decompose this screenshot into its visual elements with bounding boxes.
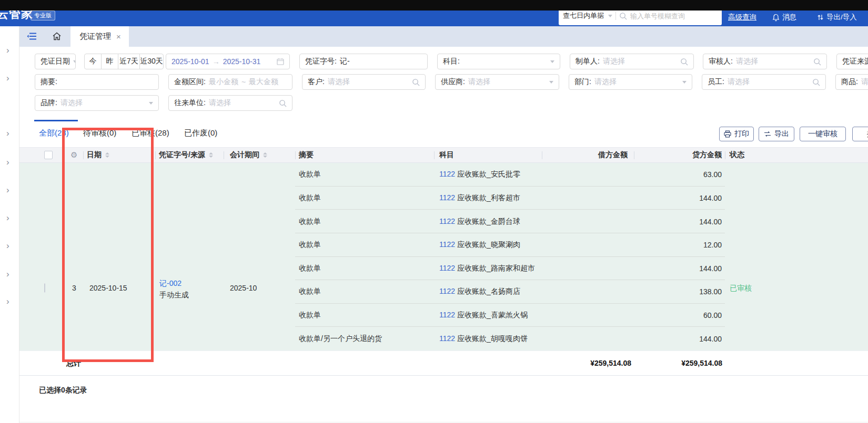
- sidebar-expand-chevron[interactable]: ›: [6, 130, 9, 137]
- line-account: 1122应收账款_路南家和超市: [439, 264, 535, 273]
- select-all-checkbox[interactable]: [44, 151, 53, 159]
- employee-select[interactable]: 员工: 请选择: [702, 74, 826, 90]
- auditor-select[interactable]: 审核人: 请选择: [703, 54, 827, 69]
- column-header-credit: 贷方金额: [692, 148, 722, 162]
- total-label: 总计: [66, 359, 81, 368]
- line-credit-amount: 144.00: [699, 218, 722, 226]
- search-icon: [279, 99, 287, 107]
- voucher-row-group[interactable]: 收款单 1122应收账款_安氏批零 63.00 收款单 1122应收账款_利客超…: [19, 163, 868, 350]
- entry-line-row[interactable]: 收款单/另一个户头退的货 1122应收账款_胡嘎嘎肉饼 144.00: [19, 327, 868, 350]
- sidebar-expand-chevron[interactable]: ›: [6, 298, 9, 305]
- tab-voucher-management[interactable]: 凭证管理 ×: [70, 26, 129, 47]
- voucher-management-screen: { "header": { "logo": "云管家", "badge": "专…: [0, 0, 868, 423]
- line-summary: 收款单: [299, 217, 321, 226]
- voucher-date-type-select[interactable]: 凭证日期: [35, 54, 76, 69]
- page-tab-bar: 凭证管理 ×: [19, 26, 868, 47]
- account-code-link[interactable]: 1122: [439, 334, 455, 343]
- voucher-no-link[interactable]: 记-002: [159, 279, 181, 288]
- row-checkbox[interactable]: [44, 283, 45, 293]
- voucher-source-select[interactable]: 凭证来源: [836, 54, 868, 69]
- sidebar-expand-chevron[interactable]: ›: [6, 214, 9, 222]
- supplier-select[interactable]: 供应商: 请选择: [435, 74, 559, 90]
- sidebar-expand-chevron[interactable]: ›: [6, 187, 9, 194]
- account-code-link[interactable]: 1122: [439, 264, 455, 272]
- entry-line-row[interactable]: 收款单 1122应收账款_金爵台球 144.00: [19, 210, 868, 233]
- sort-icon[interactable]: [263, 152, 267, 158]
- gear-icon[interactable]: ⚙: [70, 150, 77, 160]
- home-icon[interactable]: [52, 32, 62, 41]
- account-code-link[interactable]: 1122: [439, 193, 455, 202]
- range-7days-button[interactable]: 近7天: [118, 54, 140, 69]
- amount-range-input[interactable]: 金额区间: 最小金额 ~ 最大金额: [168, 74, 292, 90]
- account-code-link[interactable]: 1122: [439, 217, 455, 225]
- line-summary: 收款单: [299, 170, 321, 179]
- account-code-link[interactable]: 1122: [439, 170, 455, 178]
- bell-icon: [772, 14, 780, 22]
- start-date-value[interactable]: 2025-10-01: [171, 57, 209, 66]
- calendar-icon: [277, 58, 284, 65]
- customer-select[interactable]: 客户: 请选择: [302, 74, 426, 90]
- entry-line-row[interactable]: 收款单 1122应收账款_晓聚涮肉 12.00: [19, 233, 868, 257]
- column-header-summary: 摘要: [299, 148, 314, 162]
- range-today-button[interactable]: 今: [84, 54, 102, 69]
- export-button[interactable]: 导出: [759, 127, 794, 141]
- entry-line-row[interactable]: 收款单 1122应收账款_路南家和超市 144.00: [19, 257, 868, 281]
- date-range-picker[interactable]: 2025-10-01 → 2025-10-31: [166, 54, 290, 69]
- line-summary: 收款单/另一个户头退的货: [299, 334, 382, 344]
- voucher-period: 2025-10: [230, 284, 257, 292]
- entry-line-row[interactable]: 收款单 1122应收账款_喜蒙羔火锅 60.00: [19, 304, 868, 327]
- line-credit-amount: 12.00: [703, 241, 722, 249]
- counterparty-select[interactable]: 往来单位: 请选择: [168, 95, 292, 111]
- close-icon[interactable]: ×: [116, 32, 121, 41]
- line-account: 1122应收账款_利客超市: [439, 193, 520, 203]
- tab-audited[interactable]: 已审核(28): [132, 128, 169, 138]
- transfer-arrows-icon: [764, 131, 771, 137]
- line-credit-amount: 63.00: [703, 170, 722, 179]
- search-scope-select[interactable]: 查七日内单据: [563, 11, 604, 20]
- subject-select[interactable]: 科目:: [437, 54, 560, 69]
- messages-button[interactable]: 消息: [772, 13, 796, 22]
- print-button[interactable]: 打印: [719, 127, 754, 141]
- product-select[interactable]: 商品: 请选择: [835, 74, 868, 90]
- chevron-down-icon: [682, 81, 687, 84]
- entry-line-row[interactable]: 收款单 1122应收账款_安氏批零 63.00: [19, 163, 868, 187]
- summary-input[interactable]: 摘要:: [35, 74, 159, 90]
- batch-more-button[interactable]: 批: [852, 127, 868, 141]
- printer-icon: [724, 130, 731, 138]
- column-header-voucher[interactable]: 凭证字号/来源: [159, 148, 213, 162]
- sidebar-expand-chevron[interactable]: ›: [6, 75, 9, 82]
- department-select[interactable]: 部门: 请选择: [569, 74, 692, 90]
- account-code-link[interactable]: 1122: [439, 287, 455, 295]
- end-date-value[interactable]: 2025-10-31: [223, 57, 261, 66]
- line-summary: 收款单: [299, 311, 321, 320]
- range-yesterday-button[interactable]: 昨: [101, 54, 118, 69]
- sort-icon[interactable]: [209, 152, 213, 158]
- line-credit-amount: 144.00: [699, 264, 722, 273]
- search-icon: [812, 78, 820, 86]
- collapse-menu-icon[interactable]: [27, 32, 37, 40]
- entry-line-row[interactable]: 收款单 1122应收账款_利客超市 144.00: [19, 187, 868, 210]
- voucher-no-input[interactable]: 凭证字号: 记-: [299, 54, 428, 69]
- brand-select[interactable]: 品牌: 请选择: [35, 95, 159, 111]
- sidebar-expand-chevron[interactable]: ›: [6, 159, 9, 166]
- tab-voided[interactable]: 已作废(0): [184, 128, 217, 138]
- maker-select[interactable]: 制单人: 请选择: [570, 54, 694, 69]
- column-header-period[interactable]: 会计期间: [230, 148, 267, 162]
- sidebar-expand-chevron[interactable]: ›: [6, 47, 9, 54]
- line-summary: 收款单: [299, 240, 321, 250]
- advanced-search-link[interactable]: 高级查询: [728, 13, 756, 22]
- sidebar-expand-chevron[interactable]: ›: [6, 271, 9, 278]
- import-export-button[interactable]: 导出/导入: [817, 13, 857, 22]
- sort-icon[interactable]: [105, 152, 109, 158]
- account-code-link[interactable]: 1122: [439, 240, 455, 249]
- range-30days-button[interactable]: 近30天: [139, 54, 164, 69]
- account-code-link[interactable]: 1122: [439, 311, 455, 319]
- column-header-date[interactable]: 日期: [87, 148, 109, 162]
- divider: [615, 12, 616, 20]
- row-number: 3: [72, 284, 76, 292]
- search-input[interactable]: [630, 12, 699, 20]
- sidebar-expand-chevron[interactable]: ›: [6, 242, 9, 250]
- batch-audit-button[interactable]: 一键审核: [800, 127, 846, 141]
- tab-pending-audit[interactable]: 待审核(0): [83, 128, 116, 138]
- tab-all[interactable]: 全部(28): [39, 128, 69, 138]
